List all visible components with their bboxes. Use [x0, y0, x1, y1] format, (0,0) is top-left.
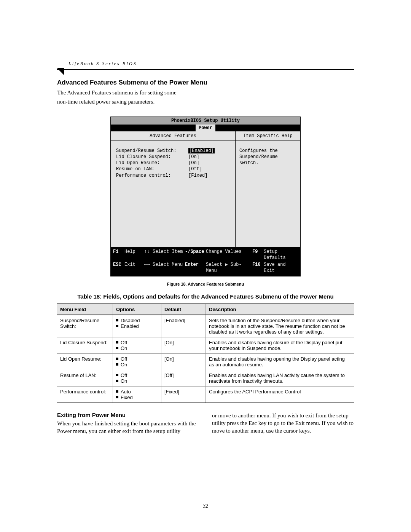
setup-defaults-label: Setup Defaults [264, 249, 298, 261]
bios-setting-row: Performance control:[Fixed] [116, 173, 230, 179]
option-item: On [116, 378, 158, 384]
cell-menu-field: Resume of LAN: [57, 370, 113, 386]
select-item-label: Select Item [153, 249, 185, 261]
bios-settings-list: Suspend/Resume Switch:[Enabled]Lid Closu… [111, 141, 235, 247]
option-label: Enabled [121, 323, 139, 329]
cell-options: OffOn [113, 337, 161, 353]
cell-options: OffOn [113, 370, 161, 386]
bios-left-title: Advanced Features [111, 131, 235, 141]
cell-menu-field: Suspend/Resume Switch: [57, 315, 113, 337]
option-item: Off [116, 340, 158, 345]
intro-line-1: The Advanced Features submenu is for set… [57, 89, 354, 96]
exiting-text-right: or move to another menu. If you wish to … [212, 412, 354, 434]
key-esc-label: Exit [124, 262, 144, 274]
cell-options: DisabledEnabled [113, 315, 161, 337]
key-f1: F1 [113, 249, 124, 261]
bios-help-text: Configures the Suspend/Resume switch. [236, 141, 300, 173]
col-options: Options [113, 304, 161, 315]
document-page: LifeBook S Series BIOS Advanced Features… [0, 0, 411, 532]
running-header: LifeBook S Series BIOS [68, 61, 354, 67]
table-row: Suspend/Resume Switch:DisabledEnabled[En… [57, 315, 354, 337]
bios-setting-row: Lid Open Resume:[On] [116, 160, 230, 166]
square-bullet-icon [116, 363, 118, 366]
page-number: 32 [0, 503, 411, 509]
bios-help-title: Item Specific Help [236, 131, 300, 141]
key-f1-label: Help [124, 249, 144, 261]
save-exit-label: Save and Exit [264, 262, 298, 274]
cell-options: OffOn [113, 353, 161, 370]
table-header-row: Menu Field Options Default Description [57, 304, 354, 315]
col-description: Description [206, 304, 354, 315]
bios-help-line-1: Configures the [239, 148, 296, 154]
square-bullet-icon [116, 319, 118, 321]
key-f9: F9 [252, 249, 264, 261]
bios-setting-value: [Off] [188, 166, 223, 172]
header-wedge-icon [57, 68, 64, 75]
bios-setting-value: [On] [188, 154, 223, 160]
option-label: On [121, 362, 127, 367]
bios-setting-row: Lid Closure Suspend:[On] [116, 154, 230, 160]
select-submenu-label: Select ▶ Sub-Menu [206, 262, 252, 274]
col-default: Default [161, 304, 206, 315]
cell-default: [Fixed] [161, 386, 206, 403]
cell-description: Sets the function of the Suspend/Resume … [206, 315, 354, 337]
arrow-updown-icon: ↑↓ [144, 249, 153, 261]
bios-screenshot: PhoenixBIOS Setup Utility Power Advanced… [110, 117, 301, 276]
section-heading: Advanced Features Submenu of the Power M… [57, 79, 354, 86]
intro-line-2: non-time related power saving parameters… [57, 98, 354, 105]
bios-titlebar: PhoenixBIOS Setup Utility [110, 117, 301, 125]
bios-setting-label: Lid Open Resume: [116, 160, 188, 166]
key-enter: Enter [185, 262, 206, 274]
option-label: On [121, 345, 127, 351]
option-item: Off [116, 372, 158, 378]
header-rule [57, 69, 354, 70]
bios-tab-bar: Power [110, 125, 301, 131]
option-label: Off [121, 372, 127, 378]
bios-left-panel: Advanced Features Suspend/Resume Switch:… [111, 131, 236, 247]
option-label: Fixed [121, 395, 133, 400]
square-bullet-icon [116, 358, 118, 360]
table-row: Performance control:AutoFixed[Fixed]Conf… [57, 386, 354, 403]
cell-description: Enables and disables having closure of t… [206, 337, 354, 353]
option-item: Enabled [116, 323, 158, 329]
option-label: Auto [121, 389, 131, 395]
cell-description: Enables and disables having LAN activity… [206, 370, 354, 386]
option-label: Off [121, 340, 127, 345]
square-bullet-icon [116, 374, 118, 376]
bios-setting-value: [On] [188, 160, 223, 166]
bios-help-line-2: Suspend/Resume switch. [239, 154, 296, 166]
cell-description: Enables and disables having opening the … [206, 353, 354, 370]
key-space: -/Space [185, 249, 206, 261]
table-row: Lid Closure Suspend:OffOn[On]Enables and… [57, 337, 354, 353]
option-item: Auto [116, 389, 158, 395]
bios-setting-row: Resume on LAN:[Off] [116, 166, 230, 172]
cell-options: AutoFixed [113, 386, 161, 403]
cell-menu-field: Lid Closure Suspend: [57, 337, 113, 353]
exiting-heading: Exiting from Power Menu [57, 412, 199, 418]
select-menu-label: Select Menu [153, 262, 185, 274]
cell-default: [Enabled] [161, 315, 206, 337]
square-bullet-icon [116, 390, 118, 393]
bios-setting-value: [Fixed] [188, 173, 223, 179]
bios-setting-label: Lid Closure Suspend: [116, 154, 188, 160]
cell-default: [On] [161, 353, 206, 370]
square-bullet-icon [116, 341, 118, 343]
square-bullet-icon [116, 347, 118, 349]
square-bullet-icon [116, 380, 118, 382]
exiting-text-left: When you have finished setting the boot … [57, 420, 196, 434]
figure-caption: Figure 18. Advance Features Submenu [57, 282, 354, 286]
bios-setting-label: Resume on LAN: [116, 166, 188, 172]
option-item: On [116, 362, 158, 367]
option-label: Disabled [121, 318, 140, 323]
bios-setting-value: [Enabled] [188, 148, 223, 154]
table-row: Lid Open Resume:OffOn[On]Enables and dis… [57, 353, 354, 370]
option-item: Fixed [116, 395, 158, 400]
key-f10: F10 [252, 262, 264, 274]
bios-tab-power: Power [196, 125, 215, 131]
option-item: Off [116, 356, 158, 362]
option-label: Off [121, 356, 127, 362]
col-menu-field: Menu Field [57, 304, 113, 315]
cell-menu-field: Performance control: [57, 386, 113, 403]
cell-default: [On] [161, 337, 206, 353]
table-row: Resume of LAN:OffOn[Off]Enables and disa… [57, 370, 354, 386]
